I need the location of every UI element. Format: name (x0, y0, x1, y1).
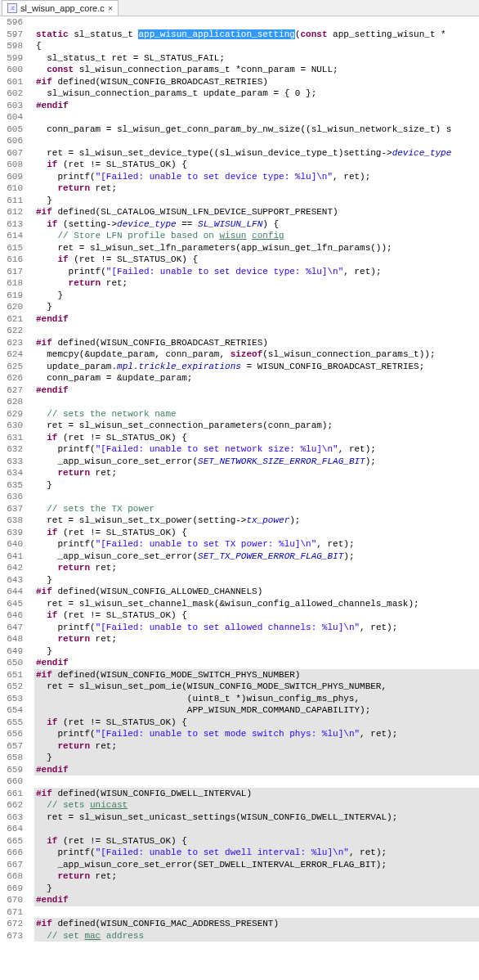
line-number: 598 (3, 40, 23, 52)
code-line[interactable]: #endif (34, 764, 479, 776)
code-line[interactable]: ret = sl_wisun_set_device_type((sl_wisun… (34, 147, 479, 160)
code-line[interactable]: #if defined(WISUN_CONFIG_ALLOWED_CHANNEL… (34, 586, 479, 598)
code-line[interactable]: } (34, 301, 479, 313)
code-line[interactable] (34, 16, 479, 29)
code-line[interactable]: if (ret != SL_STATUS_OK) { (34, 432, 479, 444)
code-line[interactable]: ret = sl_wisun_set_unicast_settings(WISU… (34, 811, 479, 824)
code-line[interactable]: } (34, 752, 479, 764)
code-line[interactable]: ret = sl_wisun_set_pom_ie(WISUN_CONFIG_M… (34, 681, 479, 693)
code-line[interactable]: _app_wisun_core_set_error(SET_TX_POWER_E… (34, 551, 479, 563)
code-line[interactable]: if (ret != SL_STATUS_OK) { (34, 159, 479, 171)
line-number: 605 (3, 124, 23, 136)
code-line[interactable]: return ret; (34, 870, 479, 883)
code-line[interactable]: #if defined(WISUN_CONFIG_BROADCAST_RETRI… (34, 337, 479, 349)
code-line[interactable]: return ret; (34, 740, 479, 753)
line-number: 619 (3, 290, 23, 302)
code-line[interactable]: return ret; (34, 277, 479, 290)
code-line[interactable]: printf("[Failed: unable to set TX power:… (34, 538, 479, 551)
code-line[interactable]: #endif (34, 384, 479, 397)
marker-slot (28, 266, 34, 278)
code-line[interactable]: if (ret != SL_STATUS_OK) { (34, 835, 479, 847)
code-line[interactable]: printf("[Failed: unable to set device ty… (34, 266, 479, 278)
code-editor[interactable]: 5965975985996006016026036046056066076086… (0, 16, 479, 942)
code-line[interactable]: return ret; (34, 467, 479, 479)
code-line[interactable]: if (ret != SL_STATUS_OK) { (34, 254, 479, 266)
marker-slot (28, 633, 34, 645)
code-line[interactable]: #if defined(WISUN_CONFIG_DWELL_INTERVAL) (34, 788, 479, 800)
code-line[interactable] (34, 135, 479, 147)
code-line[interactable]: ret = sl_wisun_set_lfn_parameters(app_wi… (34, 242, 479, 254)
code-line[interactable] (34, 775, 479, 788)
code-line[interactable]: // sets the network name (34, 408, 479, 420)
code-line[interactable]: const sl_wisun_connection_params_t *conn… (34, 64, 479, 76)
code-line[interactable]: #if defined(SL_CATALOG_WISUN_LFN_DEVICE_… (34, 206, 479, 218)
code-line[interactable]: if (ret != SL_STATUS_OK) { (34, 609, 479, 622)
code-line[interactable]: _app_wisun_core_set_error(SET_DWELL_INTE… (34, 859, 479, 871)
editor-tab-active[interactable]: .c sl_wisun_app_core.c × (2, 0, 119, 16)
code-line[interactable]: printf("[Failed: unable to set allowed c… (34, 622, 479, 634)
close-icon[interactable]: × (108, 4, 113, 13)
code-line[interactable]: { (34, 40, 479, 52)
code-line[interactable]: } (34, 479, 479, 492)
code-line[interactable]: printf("[Failed: unable to set network s… (34, 443, 479, 456)
line-number: 603 (3, 100, 23, 112)
code-line[interactable]: #if defined(WISUN_CONFIG_MODE_SWITCH_PHY… (34, 669, 479, 681)
marker-slot (28, 64, 34, 76)
marker-slot (28, 740, 34, 753)
code-line[interactable] (34, 396, 479, 408)
code-line[interactable]: memcpy(&update_param, conn_param, sizeof… (34, 348, 479, 361)
code-line[interactable]: APP_WISUN_MDR_COMMAND_CAPABILITY); (34, 704, 479, 717)
code-line[interactable]: #if defined(WISUN_CONFIG_MAC_ADDRESS_PRE… (34, 918, 479, 930)
line-number: 601 (3, 76, 23, 88)
code-line[interactable]: return ret; (34, 562, 479, 574)
code-line[interactable] (34, 906, 479, 919)
code-line[interactable]: // sets unicast (34, 799, 479, 811)
code-line[interactable]: if (setting->device_type == SL_WISUN_LFN… (34, 218, 479, 231)
line-number: 653 (3, 693, 23, 705)
line-number: 597 (3, 29, 23, 41)
marker-slot (28, 835, 34, 847)
line-number: 629 (3, 408, 23, 420)
code-line[interactable]: static sl_status_t app_wisun_application… (34, 29, 479, 41)
code-line[interactable]: } (34, 883, 479, 895)
code-line[interactable]: conn_param = &update_param; (34, 372, 479, 384)
code-line[interactable]: if (ret != SL_STATUS_OK) { (34, 527, 479, 539)
code-line[interactable]: printf("[Failed: unable to set device ty… (34, 171, 479, 183)
code-area[interactable]: static sl_status_t app_wisun_application… (34, 16, 479, 942)
code-line[interactable]: (uint8_t *)wisun_config_ms_phys, (34, 693, 479, 705)
code-line[interactable]: sl_wisun_connection_params_t update_para… (34, 88, 479, 100)
marker-slot (28, 408, 34, 420)
code-line[interactable]: } (34, 574, 479, 587)
code-line[interactable] (34, 491, 479, 503)
code-line[interactable]: #endif (34, 894, 479, 906)
code-line[interactable] (34, 823, 479, 835)
line-number: 626 (3, 372, 23, 384)
code-line[interactable]: conn_param = sl_wisun_get_conn_param_by_… (34, 124, 479, 136)
code-line[interactable]: #endif (34, 313, 479, 326)
code-line[interactable]: // set mac address (34, 930, 479, 942)
code-line[interactable]: update_param.mpl.trickle_expirations = W… (34, 361, 479, 373)
code-line[interactable]: // Store LFN profile based on wisun conf… (34, 230, 479, 242)
code-line[interactable]: return ret; (34, 633, 479, 645)
code-line[interactable]: } (34, 195, 479, 207)
code-line[interactable] (34, 111, 479, 124)
code-line[interactable]: } (34, 645, 479, 658)
code-line[interactable]: #endif (34, 657, 479, 669)
code-line[interactable] (34, 325, 479, 337)
line-number: 672 (3, 918, 23, 930)
code-line[interactable]: } (34, 290, 479, 302)
code-line[interactable]: #endif (34, 100, 479, 112)
code-line[interactable]: // sets the TX power (34, 503, 479, 515)
code-line[interactable]: return ret; (34, 182, 479, 195)
line-number: 624 (3, 348, 23, 361)
editor-tab-bar: .c sl_wisun_app_core.c × (0, 0, 479, 16)
code-line[interactable]: printf("[Failed: unable to set mode swit… (34, 728, 479, 740)
code-line[interactable]: ret = sl_wisun_set_channel_mask(&wisun_c… (34, 598, 479, 610)
code-line[interactable]: _app_wisun_core_set_error(SET_NETWORK_SI… (34, 456, 479, 468)
code-line[interactable]: ret = sl_wisun_set_connection_parameters… (34, 420, 479, 432)
code-line[interactable]: #if defined(WISUN_CONFIG_BROADCAST_RETRI… (34, 76, 479, 88)
code-line[interactable]: ret = sl_wisun_set_tx_power(setting->tx_… (34, 515, 479, 527)
code-line[interactable]: if (ret != SL_STATUS_OK) { (34, 717, 479, 729)
code-line[interactable]: printf("[Failed: unable to set dwell int… (34, 847, 479, 859)
code-line[interactable]: sl_status_t ret = SL_STATUS_FAIL; (34, 52, 479, 65)
